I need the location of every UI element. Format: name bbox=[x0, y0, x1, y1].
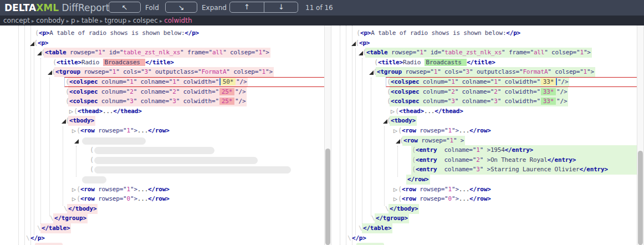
collapse-toggle-icon[interactable]: ▷ bbox=[69, 106, 73, 116]
xml-tag: <entry bbox=[416, 166, 437, 173]
xml-tag: <title> bbox=[378, 59, 403, 66]
code-line: ▷(<row rowsep="0">...</row> bbox=[321, 194, 644, 204]
code-line: (<p>A table of radio shows is shown belo… bbox=[0, 28, 331, 38]
code-line: (<row rowsep="1" > bbox=[321, 136, 644, 146]
code-text: <entry colname="2" >On Theatre Royal</en… bbox=[415, 155, 577, 165]
code-line: (<entry colname="3" >Starring Laurence O… bbox=[321, 165, 644, 175]
breadcrumb-item[interactable]: table bbox=[81, 17, 98, 24]
diff-nav-group: ↑ ↓ bbox=[229, 2, 298, 13]
xml-tag: <p> bbox=[359, 39, 370, 47]
code-line: (<tbody> bbox=[321, 116, 644, 126]
expand-button[interactable]: ↘ bbox=[165, 2, 197, 13]
code-text: <row rowsep="1">...</row> bbox=[401, 185, 492, 195]
code-line: ( bbox=[0, 165, 331, 175]
changed-value[interactable]: 25* bbox=[219, 98, 234, 105]
xml-attribute: " colsep=" bbox=[226, 68, 262, 75]
breadcrumb-item[interactable]: colspec bbox=[133, 17, 158, 24]
collapsed-ellipsis: ... bbox=[137, 186, 148, 193]
code-line: ▷(<row rowsep="0">...</row> bbox=[0, 194, 331, 204]
xml-tag: <table bbox=[366, 49, 388, 56]
xml-tag: <colspec bbox=[391, 88, 419, 95]
breadcrumb: concept ▸ conbody ▸ p ▸ table ▸ tgroup ▸… bbox=[0, 16, 644, 25]
app-header: DELTAXML DiffReport ↖ Fold ↘ Expand ↑ ↓ … bbox=[0, 0, 644, 16]
code-line: (<tbody> bbox=[0, 116, 331, 126]
changed-text[interactable]: Broadcases bbox=[103, 59, 146, 66]
breadcrumb-item[interactable]: p bbox=[71, 17, 75, 24]
fold-arrow-icon: ↖ bbox=[122, 3, 128, 12]
collapse-toggle-icon[interactable]: ▷ bbox=[393, 194, 397, 204]
xml-tag: </row> bbox=[469, 186, 491, 193]
changed-value[interactable]: 33* bbox=[541, 88, 556, 95]
xml-text: A table of radio shows is shown below: bbox=[371, 29, 506, 37]
vertical-scrollbar[interactable] bbox=[324, 25, 331, 245]
xml-tag: <row bbox=[402, 195, 416, 202]
vertical-scrollbar[interactable] bbox=[637, 25, 644, 245]
xml-attribute: colname=" bbox=[437, 146, 477, 154]
code-text: <row rowsep="0">...</row> bbox=[401, 194, 492, 204]
collapse-toggle-icon[interactable]: ▷ bbox=[393, 185, 397, 195]
xml-attribute: "/> bbox=[556, 98, 567, 105]
xml-tag: </table> bbox=[363, 224, 391, 232]
code-text: <row rowsep="1">...</row> bbox=[79, 126, 171, 136]
xml-text: A table of radio shows is shown below: bbox=[49, 29, 185, 37]
xml-attribute: "> bbox=[587, 68, 594, 75]
up-arrow-icon: ↑ bbox=[244, 3, 250, 11]
changed-text[interactable]: Broadcasts bbox=[425, 59, 467, 66]
xml-attribute: rowsep=" bbox=[95, 186, 127, 193]
xml-attribute: colname=" bbox=[437, 166, 477, 173]
expand-toggle-icon[interactable] bbox=[74, 139, 79, 144]
xml-attribute: "> bbox=[265, 68, 273, 75]
fold-button[interactable]: ↖ bbox=[109, 2, 141, 13]
breadcrumb-item[interactable]: conbody bbox=[36, 17, 64, 24]
code-line: (<colspec colnum="3" colname="3" colwidt… bbox=[0, 96, 331, 106]
xml-attribute: "> bbox=[130, 195, 137, 202]
code-line: (<tgroup rowsep="1" cols="3" outputclass… bbox=[321, 67, 644, 77]
xml-tag: </table> bbox=[42, 224, 70, 232]
code-line: \</tgroup> bbox=[0, 213, 331, 223]
xml-text: Radio bbox=[81, 59, 103, 66]
next-diff-button[interactable]: ↓ bbox=[264, 2, 298, 12]
xml-attribute: rowsep=" bbox=[95, 195, 127, 202]
xml-text: Radio bbox=[403, 59, 425, 66]
collapse-toggle-icon[interactable]: ▷ bbox=[72, 194, 76, 204]
collapse-toggle-icon[interactable]: ▷ bbox=[72, 126, 76, 136]
xml-tag: </tbody> bbox=[68, 205, 96, 212]
xml-tag: </title> bbox=[467, 59, 495, 66]
expand-arrow-icon: ↘ bbox=[178, 3, 185, 12]
code-text: </tbody> bbox=[389, 204, 419, 214]
previous-diff-button[interactable]: ↑ bbox=[230, 2, 264, 12]
xml-tag: </entry> bbox=[505, 146, 533, 154]
changed-value[interactable]: 33* bbox=[541, 98, 556, 105]
collapse-toggle-icon[interactable]: ▷ bbox=[72, 185, 76, 195]
changed-value[interactable]: 25* bbox=[219, 88, 234, 95]
xml-attribute: "/> bbox=[235, 88, 246, 95]
xml-attribute: "> bbox=[452, 186, 459, 193]
scrollbar-thumb[interactable] bbox=[325, 149, 330, 245]
code-text: </table> bbox=[40, 223, 71, 233]
xml-tag: </p> bbox=[185, 29, 199, 37]
code-line: ▷(<row rowsep="1">...</row> bbox=[0, 185, 331, 195]
scrollbar-thumb[interactable] bbox=[638, 151, 643, 245]
breadcrumb-item[interactable]: concept bbox=[3, 17, 30, 24]
xml-attr-value: all bbox=[212, 49, 223, 56]
breadcrumb-separator-icon: ▸ bbox=[158, 18, 164, 24]
breadcrumb-item[interactable]: tgroup bbox=[105, 17, 127, 24]
xml-tag: </p> bbox=[30, 234, 45, 242]
xml-attribute: rowsep=" bbox=[418, 137, 450, 144]
current-change-outline bbox=[386, 77, 637, 87]
xml-tag: </row> bbox=[148, 186, 170, 193]
xml-tag: <table bbox=[45, 49, 67, 56]
code-line: (<title>Radio Broadcasts </title> bbox=[321, 58, 644, 68]
collapse-toggle-icon[interactable]: ▷ bbox=[391, 106, 395, 116]
xml-attr-value: FormatA bbox=[523, 68, 548, 75]
xml-attribute: "> bbox=[452, 195, 459, 202]
placeholder-block bbox=[94, 166, 291, 173]
code-line: (<colspec colnum="1" colname="1" colwidt… bbox=[321, 77, 644, 87]
code-text: <tgroup rowsep="1" cols="3" outputclass=… bbox=[54, 67, 274, 77]
code-text: <tgroup rowsep="1" cols="3" outputclass=… bbox=[376, 67, 595, 77]
xml-attribute: "/> bbox=[235, 98, 246, 105]
xml-tag: </tgroup> bbox=[54, 215, 86, 222]
collapse-toggle-icon[interactable]: ▷ bbox=[393, 126, 397, 136]
xml-attribute: " colsep=" bbox=[544, 49, 580, 56]
xml-attribute: rowsep=" bbox=[388, 49, 420, 56]
